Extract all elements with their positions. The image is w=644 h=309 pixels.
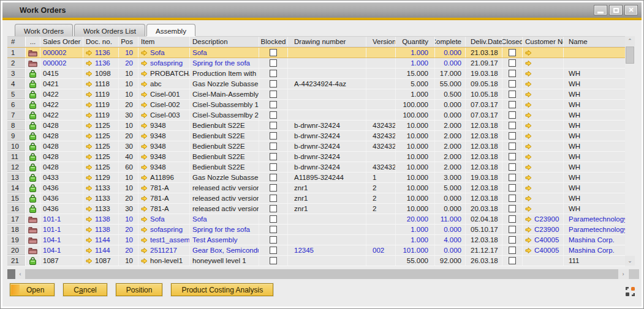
blocked-checkbox[interactable]: [270, 132, 277, 140]
version-cell[interactable]: [366, 58, 396, 68]
column-header-name[interactable]: Name: [564, 37, 625, 47]
pos-cell[interactable]: 20: [119, 193, 138, 203]
sales-order-cell[interactable]: 1087: [40, 256, 83, 266]
item-cell[interactable]: abc: [138, 79, 190, 89]
description-cell[interactable]: Gear Box, Semiconductor, Rhx: [190, 245, 259, 255]
vertical-scrollbar-thumb[interactable]: [626, 47, 634, 64]
link-arrow-icon[interactable]: [141, 206, 148, 212]
item-cell[interactable]: sofaspring: [138, 225, 190, 234]
table-row[interactable]: 1104281125409348Bedienbult S22Eb-drwnr-3…: [7, 152, 625, 162]
deliv-date-cell[interactable]: 05.10.17: [466, 225, 502, 234]
customer-name-cell[interactable]: WH: [564, 183, 625, 193]
link-arrow-icon[interactable]: [86, 164, 93, 171]
drawing-number-cell[interactable]: znr1: [288, 204, 366, 214]
description-cell[interactable]: released activ version: [190, 193, 259, 203]
table-row[interactable]: 211087108710hon-level1honeywell level 15…: [7, 256, 625, 266]
closed-checkbox[interactable]: [509, 59, 516, 67]
sales-order-cell[interactable]: 0436: [40, 183, 83, 193]
tab-assembly[interactable]: Assembly: [146, 24, 195, 36]
sales-order-cell[interactable]: 000002: [40, 48, 83, 58]
pos-cell[interactable]: 20: [119, 225, 138, 234]
description-cell[interactable]: Gas Nozzle Subassembly, 65-50: [190, 79, 259, 89]
deliv-date-cell[interactable]: 21.03.18: [466, 48, 502, 58]
product-costing-analysis-button[interactable]: Product Costing Analysis: [171, 283, 273, 296]
deliv-date-cell[interactable]: 19.03.18: [466, 69, 502, 78]
doc-no-cell[interactable]: 1125: [83, 121, 119, 130]
customer-name-cell[interactable]: Parametechnology: [564, 214, 625, 224]
blocked-checkbox[interactable]: [270, 257, 277, 264]
pos-cell[interactable]: 10: [119, 121, 138, 130]
version-cell[interactable]: [366, 48, 396, 58]
complete-cell[interactable]: 2.000: [435, 121, 466, 130]
version-cell[interactable]: [366, 235, 396, 245]
doc-no-cell[interactable]: 1136: [83, 48, 119, 58]
customer-name-cell[interactable]: WH: [564, 131, 625, 141]
closed-checkbox[interactable]: [509, 226, 516, 233]
drawing-number-cell[interactable]: [288, 110, 366, 120]
quantity-cell[interactable]: 1.000: [396, 58, 435, 68]
link-arrow-icon[interactable]: [141, 112, 148, 119]
column-header-desc[interactable]: Description: [190, 37, 259, 47]
link-arrow-icon[interactable]: [525, 133, 532, 140]
item-cell[interactable]: 9348: [138, 121, 190, 130]
link-arrow-icon[interactable]: [141, 81, 148, 87]
link-arrow-icon[interactable]: [525, 206, 532, 212]
item-cell[interactable]: 781-A: [138, 193, 190, 203]
link-arrow-icon[interactable]: [86, 185, 93, 192]
blocked-checkbox[interactable]: [270, 70, 277, 77]
item-cell[interactable]: test1_assembl: [138, 235, 190, 245]
link-arrow-icon[interactable]: [141, 216, 148, 223]
customer-name-cell[interactable]: Mashina Corp.: [564, 245, 625, 255]
tab-work-orders[interactable]: Work Orders: [15, 24, 73, 36]
version-cell[interactable]: [366, 100, 396, 110]
column-header-doc[interactable]: Doc. no.: [83, 37, 119, 47]
sales-order-cell[interactable]: 0436: [40, 204, 83, 214]
position-button[interactable]: Position: [116, 283, 163, 296]
table-row[interactable]: 1000002113610SofaSofa1.0000.00021.03.18: [7, 47, 625, 58]
doc-no-cell[interactable]: 1136: [83, 58, 119, 68]
item-cell[interactable]: 9348: [138, 131, 190, 141]
drawing-number-cell[interactable]: [288, 225, 366, 234]
open-button[interactable]: Open: [10, 283, 55, 296]
complete-cell[interactable]: 92.000: [435, 256, 466, 266]
splitter-box[interactable]: [7, 269, 15, 279]
drawing-number-cell[interactable]: b-drwnr-32424: [288, 121, 366, 130]
quantity-cell[interactable]: 1.000: [396, 235, 435, 245]
pos-cell[interactable]: 10: [119, 256, 138, 266]
drawing-number-cell[interactable]: [288, 58, 366, 68]
quantity-cell[interactable]: 10.000: [396, 162, 435, 172]
link-arrow-icon[interactable]: [86, 195, 93, 202]
pos-cell[interactable]: 20: [119, 245, 138, 255]
description-cell[interactable]: Bedienbult S22E: [190, 131, 259, 141]
customer-name-cell[interactable]: WH: [564, 141, 625, 151]
deliv-date-cell[interactable]: 07.03.17: [466, 100, 502, 110]
customer-name-cell[interactable]: WH: [564, 173, 625, 182]
description-cell[interactable]: released activ version: [190, 183, 259, 193]
item-cell[interactable]: A11896: [138, 173, 190, 182]
version-cell[interactable]: [366, 214, 396, 224]
quantity-cell[interactable]: 15.000: [396, 69, 435, 78]
link-arrow-icon[interactable]: [86, 60, 93, 67]
blocked-checkbox[interactable]: [270, 111, 277, 119]
complete-cell[interactable]: 0.000: [435, 100, 466, 110]
link-arrow-icon[interactable]: [141, 50, 148, 56]
item-cell[interactable]: 9348: [138, 152, 190, 162]
sales-order-cell[interactable]: 104-1: [40, 245, 83, 255]
deliv-date-cell[interactable]: 12.03.18: [466, 131, 502, 141]
deliv-date-cell[interactable]: 12.03.18: [466, 235, 502, 245]
closed-checkbox[interactable]: [509, 91, 516, 98]
customer-no-cell[interactable]: [523, 256, 564, 266]
quantity-cell[interactable]: 1.000: [396, 225, 435, 234]
closed-checkbox[interactable]: [509, 174, 516, 181]
link-arrow-icon[interactable]: [525, 102, 532, 108]
link-arrow-icon[interactable]: [86, 154, 93, 160]
blocked-checkbox[interactable]: [270, 153, 277, 160]
item-cell[interactable]: 781-A: [138, 204, 190, 214]
quantity-cell[interactable]: 100.000: [396, 100, 435, 110]
quantity-cell[interactable]: 1.000: [396, 89, 435, 99]
closed-checkbox[interactable]: [509, 111, 516, 119]
table-row[interactable]: 40421111810abcGas Nozzle Subassembly, 65…: [7, 79, 625, 89]
drawing-number-cell[interactable]: [288, 256, 366, 266]
column-header-blk[interactable]: Blocked: [259, 37, 288, 47]
drawing-number-cell[interactable]: znr1: [288, 183, 366, 193]
